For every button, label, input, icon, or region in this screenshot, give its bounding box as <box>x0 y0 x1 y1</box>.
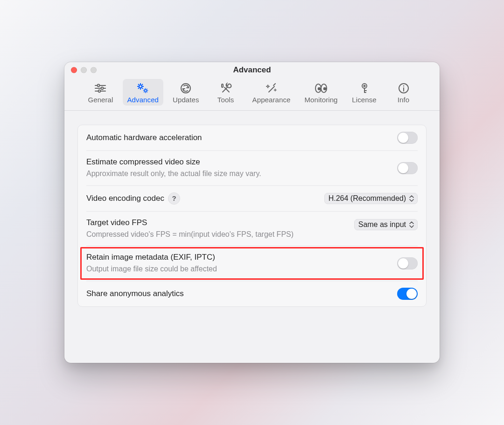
setting-codec: Video encoding codec ? H.264 (Recommende… <box>86 186 418 212</box>
content: Automatic hardware acceleration Estimate… <box>64 111 440 363</box>
svg-point-30 <box>362 84 367 88</box>
svg-point-6 <box>139 85 142 88</box>
tab-updates[interactable]: Updates <box>168 79 204 106</box>
svg-rect-25 <box>222 84 223 87</box>
setting-title: Share anonymous analytics <box>86 289 390 298</box>
retain-metadata-toggle[interactable] <box>397 257 418 269</box>
toggle-knob <box>398 163 408 173</box>
svg-line-22 <box>144 92 145 92</box>
setting-title: Video encoding codec <box>86 194 164 203</box>
settings-panel: Automatic hardware acceleration Estimate… <box>77 125 427 307</box>
svg-line-21 <box>147 92 148 92</box>
svg-point-15 <box>145 90 147 92</box>
chevrons-updown-icon <box>409 221 415 228</box>
svg-point-27 <box>318 88 321 90</box>
sliders-icon <box>93 82 107 95</box>
help-icon[interactable]: ? <box>168 192 180 205</box>
tab-advanced[interactable]: Advanced <box>123 79 164 106</box>
close-window-button[interactable] <box>71 67 77 73</box>
svg-point-1 <box>98 85 100 87</box>
svg-line-20 <box>144 89 145 90</box>
key-icon <box>357 82 371 95</box>
tab-label: License <box>352 96 376 104</box>
svg-line-23 <box>147 89 148 90</box>
svg-line-11 <box>138 84 139 85</box>
tab-label: Appearance <box>252 96 291 104</box>
traffic-lights <box>71 67 97 73</box>
window-title: Advanced <box>233 65 271 75</box>
fps-select[interactable]: Same as input <box>354 219 418 230</box>
toggle-knob <box>398 258 408 269</box>
tab-label: Updates <box>173 96 199 104</box>
setting-title: Retain image metadata (EXIF, IPTC) <box>86 253 390 262</box>
toggle-knob <box>406 289 417 299</box>
wand-icon <box>265 82 279 95</box>
tab-appearance[interactable]: Appearance <box>248 79 295 106</box>
tools-icon <box>219 82 233 95</box>
refresh-icon <box>179 82 193 95</box>
setting-title: Estimate compressed video size <box>86 157 390 167</box>
tab-general[interactable]: General <box>83 79 118 106</box>
tab-label: General <box>88 96 113 104</box>
setting-estimate-size: Estimate compressed video size Approxima… <box>86 151 418 186</box>
svg-line-12 <box>142 88 143 89</box>
zoom-window-button[interactable] <box>91 67 97 73</box>
svg-point-34 <box>403 85 404 86</box>
setting-description: Compressed video's FPS = min(input video… <box>86 229 347 240</box>
select-value: Same as input <box>358 220 406 229</box>
setting-hw-accel: Automatic hardware acceleration <box>86 125 418 151</box>
tab-label: Monitoring <box>305 96 338 104</box>
eyes-icon <box>313 82 329 95</box>
svg-point-5 <box>98 90 101 92</box>
setting-description: Output image file size could be affected <box>86 264 390 274</box>
minimize-window-button[interactable] <box>81 67 87 73</box>
setting-analytics: Share anonymous analytics <box>86 281 418 306</box>
select-value: H.264 (Recommended) <box>329 194 406 203</box>
analytics-toggle[interactable] <box>397 288 418 300</box>
tab-label: Info <box>398 96 409 104</box>
preferences-window: Advanced General <box>64 62 440 363</box>
tab-license[interactable]: License <box>347 79 382 106</box>
tab-label: Tools <box>217 96 234 104</box>
tab-label: Advanced <box>127 96 159 104</box>
setting-description: Approximate result only, the actual file… <box>86 169 390 179</box>
gears-icon <box>135 82 150 95</box>
preferences-toolbar: General Advanced <box>64 78 440 111</box>
hw-accel-toggle[interactable] <box>397 132 418 144</box>
chevrons-updown-icon <box>409 195 415 202</box>
tab-info[interactable]: Info <box>386 79 421 106</box>
svg-point-3 <box>101 87 104 90</box>
setting-retain-metadata: Retain image metadata (EXIF, IPTC) Outpu… <box>86 246 418 281</box>
toggle-knob <box>398 133 408 143</box>
setting-fps: Target video FPS Compressed video's FPS … <box>86 212 418 247</box>
info-icon <box>397 82 411 95</box>
svg-point-29 <box>324 88 326 90</box>
setting-title: Target video FPS <box>86 218 147 227</box>
tab-tools[interactable]: Tools <box>209 79 243 106</box>
estimate-size-toggle[interactable] <box>397 162 418 174</box>
setting-title: Automatic hardware acceleration <box>86 133 390 142</box>
svg-line-14 <box>142 84 143 85</box>
svg-line-13 <box>138 88 139 89</box>
svg-point-31 <box>364 85 365 87</box>
tab-monitoring[interactable]: Monitoring <box>300 79 343 106</box>
codec-select[interactable]: H.264 (Recommended) <box>324 193 418 204</box>
titlebar: Advanced <box>64 62 440 78</box>
